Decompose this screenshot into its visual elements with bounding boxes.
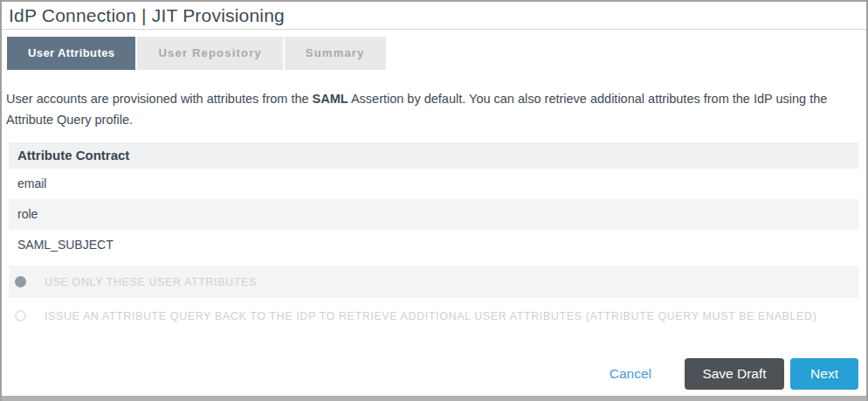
- attribute-contract-header: Attribute Contract: [9, 142, 858, 169]
- attribute-row-saml-subject: SAML_SUBJECT: [9, 230, 858, 260]
- radio-option-use-only-attributes[interactable]: USE ONLY THESE USER ATTRIBUTES: [9, 266, 858, 298]
- page-title: IdP Connection | JIT Provisioning: [2, 2, 866, 27]
- tab-bar: User Attributes User Repository Summary: [2, 37, 866, 70]
- radio-unselected-icon[interactable]: [15, 310, 26, 321]
- description-bold-saml: SAML: [313, 92, 348, 106]
- description-text: User accounts are provisioned with attri…: [6, 88, 858, 130]
- provisioning-options: USE ONLY THESE USER ATTRIBUTES ISSUE AN …: [9, 266, 858, 332]
- attribute-row-email: email: [9, 169, 858, 199]
- next-button[interactable]: Next: [790, 358, 858, 390]
- save-draft-button[interactable]: Save Draft: [685, 358, 784, 390]
- radio-option-attribute-query[interactable]: ISSUE AN ATTRIBUTE QUERY BACK TO THE IDP…: [9, 300, 858, 332]
- description-part1: User accounts are provisioned with attri…: [6, 92, 313, 106]
- tab-summary[interactable]: Summary: [285, 37, 386, 70]
- radio-selected-icon[interactable]: [15, 276, 26, 287]
- attribute-row-role: role: [9, 199, 858, 230]
- window-bottom-edge: [0, 396, 868, 401]
- cancel-link[interactable]: Cancel: [610, 366, 651, 382]
- tab-user-attributes[interactable]: User Attributes: [7, 37, 135, 70]
- radio-option-attribute-query-label: ISSUE AN ATTRIBUTE QUERY BACK TO THE IDP…: [45, 310, 816, 322]
- footer-actions: Cancel Save Draft Next: [610, 358, 858, 390]
- jit-provisioning-page: IdP Connection | JIT Provisioning User A…: [0, 0, 868, 401]
- title-divider: [2, 29, 866, 30]
- radio-option-use-only-label: USE ONLY THESE USER ATTRIBUTES: [45, 276, 257, 288]
- tab-user-repository[interactable]: User Repository: [137, 37, 282, 70]
- attribute-contract-table: Attribute Contract email role SAML_SUBJE…: [9, 142, 858, 260]
